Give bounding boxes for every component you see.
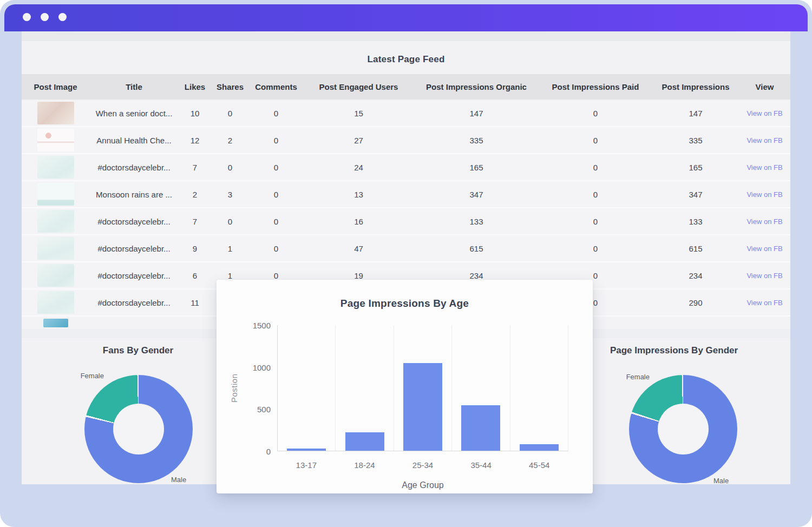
cell-comments: 0 — [249, 100, 303, 126]
cell-impressions_paid: 0 — [539, 208, 652, 234]
window-control-dot[interactable] — [58, 13, 67, 21]
cell-title: #doctorsdaycelebr... — [89, 235, 179, 261]
column-header: View — [739, 74, 790, 100]
cell-view: View on FB — [739, 154, 790, 180]
column-header: Shares — [211, 74, 249, 100]
post-thumbnail-teal-poster — [43, 319, 68, 327]
cell-view: View on FB — [739, 181, 790, 207]
feed-panel-title: Latest Page Feed — [22, 54, 790, 65]
cell-view: View on FB — [739, 208, 790, 234]
cell-engaged_users: 13 — [303, 181, 414, 207]
cell-impressions_organic: 335 — [414, 127, 539, 153]
feed-table-header: Post ImageTitleLikesSharesCommentsPost E… — [22, 74, 790, 100]
cell-shares: 0 — [211, 208, 249, 234]
cell-impressions_paid: 0 — [539, 100, 652, 126]
post-thumbnail-doctors-day-poster — [37, 264, 74, 287]
view-on-fb-link[interactable]: View on FB — [746, 272, 782, 280]
view-on-fb-link[interactable]: View on FB — [746, 190, 782, 199]
table-row: #doctorsdaycelebr...700241650165View on … — [22, 154, 790, 181]
column-header: Post Engaged Users — [303, 74, 414, 100]
cell-likes: 10 — [179, 100, 211, 126]
cell-impressions_paid: 0 — [539, 127, 652, 153]
male-slice-label: Male — [171, 476, 186, 484]
age-chart-title: Page Impressions By Age — [217, 298, 593, 309]
cell-engaged_users: 24 — [303, 154, 414, 180]
cell-view: View on FB — [739, 235, 790, 261]
fans-by-gender-donut — [84, 375, 193, 483]
view-on-fb-link[interactable]: View on FB — [746, 136, 782, 144]
content-top-strip — [22, 31, 790, 41]
table-row: Monsoon rains are ...230133470347View on… — [22, 181, 790, 208]
cell-engaged_users: 27 — [303, 127, 414, 153]
cell-view: View on FB — [739, 100, 790, 126]
female-slice-label: Female — [74, 372, 104, 380]
cell-shares: 0 — [211, 154, 249, 180]
female-slice-label: Female — [621, 373, 650, 381]
x-tick-label: 18-24 — [336, 460, 394, 470]
cell-engaged_users: 15 — [303, 100, 414, 126]
cell-impressions_organic: 147 — [414, 100, 539, 126]
cell-title: #doctorsdaycelebr... — [89, 208, 179, 234]
cell-impressions: 290 — [652, 289, 739, 315]
cell-view: View on FB — [739, 127, 790, 153]
y-tick-label: 500 — [257, 405, 271, 414]
view-on-fb-link[interactable]: View on FB — [746, 109, 782, 117]
cell-image — [22, 127, 89, 153]
cell-image — [22, 289, 89, 315]
view-on-fb-link[interactable]: View on FB — [746, 245, 782, 253]
cell-impressions: 615 — [652, 235, 739, 261]
cell-comments: 0 — [249, 208, 303, 234]
y-axis-ticks: 150010005000 — [236, 325, 271, 451]
cell-impressions_organic: 133 — [414, 208, 539, 234]
cell-likes: 7 — [179, 154, 211, 180]
view-on-fb-link[interactable]: View on FB — [746, 299, 782, 307]
cell-image — [22, 208, 89, 234]
post-thumbnail-health-checkup-poster — [37, 129, 74, 151]
window-control-dot[interactable] — [23, 13, 31, 21]
window-controls — [23, 13, 67, 21]
bar-plot — [277, 325, 568, 451]
x-axis-label: Age Group — [277, 480, 568, 490]
window-control-dot[interactable] — [41, 13, 49, 21]
cell-impressions: 335 — [652, 127, 739, 153]
cell-image — [22, 262, 89, 288]
cell-impressions_organic: 347 — [414, 181, 539, 207]
cell-view: View on FB — [739, 262, 790, 288]
bar-25-34 — [403, 363, 442, 451]
post-thumbnail-doctors-day-poster — [37, 210, 74, 233]
cell-impressions_paid: 0 — [539, 235, 652, 261]
cell-image — [22, 100, 89, 126]
column-header: Title — [89, 74, 179, 100]
cell-impressions: 165 — [652, 154, 739, 180]
cell-impressions_organic: 165 — [414, 154, 539, 180]
post-thumbnail-doctors-day-poster — [37, 291, 74, 314]
cell-image — [22, 317, 89, 329]
cell-impressions: 347 — [652, 181, 739, 207]
bar-column-45-54 — [510, 325, 568, 451]
cell-comments: 0 — [249, 181, 303, 207]
cell-engaged_users: 16 — [303, 208, 414, 234]
cell-impressions: 147 — [652, 100, 739, 126]
male-slice-label: Male — [713, 477, 729, 485]
cell-comments: 0 — [249, 127, 303, 153]
cell-impressions: 234 — [652, 262, 739, 288]
bar-column-18-24 — [336, 325, 394, 451]
x-tick-label: 25-34 — [394, 460, 452, 470]
y-tick-label: 1000 — [253, 363, 271, 372]
post-thumbnail-doctors-day-poster — [37, 237, 74, 260]
post-thumbnail-doctors-day-poster — [37, 156, 74, 179]
cell-shares: 3 — [211, 181, 249, 207]
x-axis-ticks: 13-1718-2425-3435-4445-54 — [277, 460, 568, 470]
view-on-fb-link[interactable]: View on FB — [746, 218, 782, 226]
column-header: Likes — [179, 74, 211, 100]
cell-shares: 0 — [211, 100, 249, 126]
cell-shares: 1 — [211, 235, 249, 261]
bar-45-54 — [520, 444, 559, 451]
view-on-fb-link[interactable]: View on FB — [746, 163, 782, 172]
table-row: When a senior doct...1000151470147View o… — [22, 100, 790, 127]
bar-13-17 — [287, 449, 326, 451]
cell-shares: 2 — [211, 127, 249, 153]
bar-35-44 — [461, 405, 500, 451]
cell-title: Annual Health Che... — [89, 127, 179, 153]
cell-likes: 7 — [179, 208, 211, 234]
